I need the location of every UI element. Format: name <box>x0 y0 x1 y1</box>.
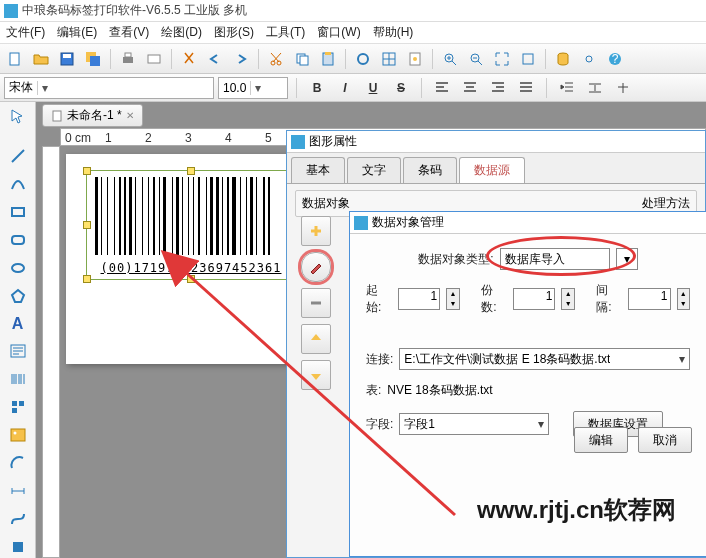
connection-combo[interactable]: E:\工作文件\测试数据 E 18条码数据.txt ▾ <box>399 348 690 370</box>
align-justify-button[interactable] <box>514 77 538 99</box>
image-tool[interactable] <box>5 424 31 446</box>
new-button[interactable] <box>4 48 26 70</box>
tab-basic[interactable]: 基本 <box>291 157 345 183</box>
menu-shapes[interactable]: 图形(S) <box>214 24 254 41</box>
tab-datasource[interactable]: 数据源 <box>459 157 525 183</box>
tab-text[interactable]: 文字 <box>347 157 401 183</box>
barcode-bars <box>95 177 287 255</box>
strike-button[interactable]: S <box>389 77 413 99</box>
tab-barcode[interactable]: 条码 <box>403 157 457 183</box>
group-right-label: 处理方法 <box>642 195 690 212</box>
add-data-button[interactable] <box>301 216 331 246</box>
cancel-button[interactable]: 取消 <box>638 427 692 453</box>
database-button[interactable] <box>552 48 574 70</box>
gap-input[interactable]: 1 <box>628 288 670 310</box>
paste-button[interactable] <box>317 48 339 70</box>
type-combo[interactable]: 数据库导入 <box>500 248 610 270</box>
fill-tool[interactable] <box>5 536 31 558</box>
save-all-button[interactable] <box>82 48 104 70</box>
grid-button[interactable] <box>378 48 400 70</box>
open-button[interactable] <box>30 48 52 70</box>
move-down-button[interactable] <box>301 360 331 390</box>
menu-file[interactable]: 文件(F) <box>6 24 45 41</box>
align-left-button[interactable] <box>430 77 454 99</box>
menu-tools[interactable]: 工具(T) <box>266 24 305 41</box>
align-center-button[interactable] <box>458 77 482 99</box>
font-family-combo[interactable]: 宋体 ▾ <box>4 77 214 99</box>
italic-button[interactable]: I <box>333 77 357 99</box>
zoom-fit-button[interactable] <box>491 48 513 70</box>
zoom-in-button[interactable] <box>439 48 461 70</box>
qrcode-tool[interactable] <box>5 396 31 418</box>
curve-tool[interactable] <box>5 173 31 195</box>
resize-handle[interactable] <box>187 167 195 175</box>
menu-draw[interactable]: 绘图(D) <box>161 24 202 41</box>
menu-help[interactable]: 帮助(H) <box>373 24 414 41</box>
line-tool[interactable] <box>5 145 31 167</box>
dropdown-icon: ▾ <box>37 81 51 95</box>
count-input[interactable]: 1 <box>513 288 555 310</box>
field-value: 字段1 <box>404 416 435 433</box>
redo-button[interactable] <box>230 48 252 70</box>
print-button[interactable] <box>117 48 139 70</box>
doc-settings-button[interactable] <box>404 48 426 70</box>
settings-button[interactable] <box>352 48 374 70</box>
font-size-combo[interactable]: 10.0 ▾ <box>218 77 288 99</box>
indent-button[interactable] <box>555 77 579 99</box>
align-right-button[interactable] <box>486 77 510 99</box>
edit-data-button[interactable] <box>301 252 331 282</box>
svg-rect-30 <box>19 401 24 406</box>
resize-handle[interactable] <box>187 275 195 283</box>
bezier-tool[interactable] <box>5 508 31 530</box>
spacing-button[interactable] <box>583 77 607 99</box>
resize-handle[interactable] <box>83 167 91 175</box>
ellipse-tool[interactable] <box>5 257 31 279</box>
close-tab-icon[interactable]: ✕ <box>126 110 134 121</box>
bold-button[interactable]: B <box>305 77 329 99</box>
move-up-button[interactable] <box>301 324 331 354</box>
count-label: 份数: <box>481 282 507 316</box>
zoom-out-button[interactable] <box>465 48 487 70</box>
more-button[interactable] <box>611 77 635 99</box>
resize-handle[interactable] <box>83 221 91 229</box>
svg-rect-31 <box>12 408 17 413</box>
pointer-tool[interactable] <box>5 106 31 128</box>
barcode-tool[interactable] <box>5 368 31 390</box>
document-tab-label: 未命名-1 * <box>67 107 122 124</box>
table-value: NVE 18条码数据.txt <box>387 382 492 399</box>
cut-icon[interactable] <box>265 48 287 70</box>
start-input[interactable]: 1 <box>398 288 440 310</box>
underline-button[interactable]: U <box>361 77 385 99</box>
preview-button[interactable] <box>143 48 165 70</box>
menu-view[interactable]: 查看(V) <box>109 24 149 41</box>
roundrect-tool[interactable] <box>5 229 31 251</box>
toolbar-separator <box>432 49 433 69</box>
field-combo[interactable]: 字段1 ▾ <box>399 413 549 435</box>
help-button[interactable]: ? <box>604 48 626 70</box>
type-dropdown-button[interactable]: ▾ <box>616 248 638 270</box>
arc-tool[interactable] <box>5 452 31 474</box>
edit-button[interactable]: 编辑 <box>574 427 628 453</box>
zoom-page-button[interactable] <box>517 48 539 70</box>
menu-edit[interactable]: 编辑(E) <box>57 24 97 41</box>
gap-spinner[interactable]: ▲▼ <box>677 288 690 310</box>
menu-window[interactable]: 窗口(W) <box>317 24 360 41</box>
link-button[interactable] <box>578 48 600 70</box>
rect-tool[interactable] <box>5 201 31 223</box>
save-button[interactable] <box>56 48 78 70</box>
count-spinner[interactable]: ▲▼ <box>561 288 574 310</box>
polygon-tool[interactable] <box>5 285 31 307</box>
copy-button[interactable] <box>291 48 313 70</box>
document-tab[interactable]: 未命名-1 * ✕ <box>42 104 143 127</box>
barcode-object[interactable]: (00)171978523697452361 <box>86 170 296 280</box>
richtext-tool[interactable] <box>5 340 31 362</box>
svg-rect-25 <box>12 236 24 244</box>
text-tool[interactable]: A <box>5 313 31 335</box>
resize-handle[interactable] <box>83 275 91 283</box>
measure-tool[interactable] <box>5 480 31 502</box>
undo-button[interactable] <box>204 48 226 70</box>
cut-button[interactable] <box>178 48 200 70</box>
start-spinner[interactable]: ▲▼ <box>446 288 459 310</box>
page[interactable]: (00)171978523697452361 <box>66 154 316 364</box>
delete-data-button[interactable] <box>301 288 331 318</box>
